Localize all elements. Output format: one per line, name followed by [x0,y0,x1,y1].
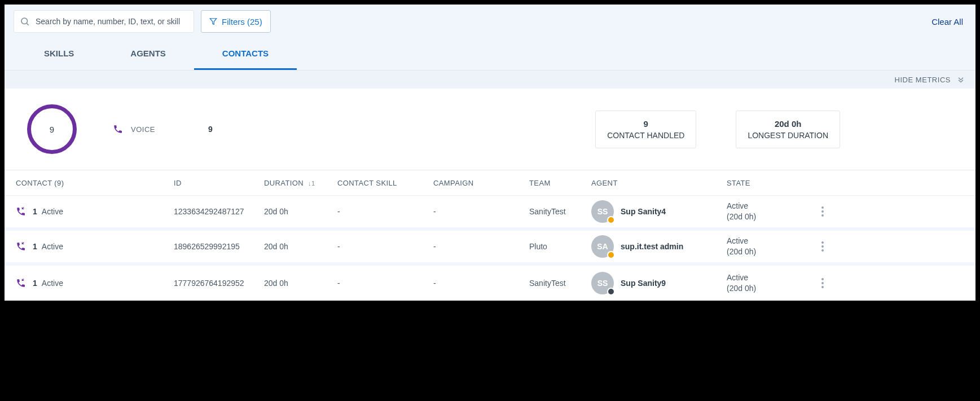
total-count: 9 [50,125,54,134]
search-input[interactable] [34,16,188,27]
col-agent[interactable]: AGENT [591,179,727,187]
table-row[interactable]: 1 Active 1233634292487127 20d 0h - - San… [5,196,975,231]
cell-campaign: - [433,207,529,216]
filters-button[interactable]: Filters (25) [201,10,271,33]
state-value: Active [727,236,811,246]
cell-id: 1777926764192952 [174,279,264,288]
phone-icon [113,124,123,134]
filters-label: Filters (25) [222,17,262,27]
col-duration[interactable]: DURATION ↓1 [264,179,337,187]
state-value: Active [727,272,811,283]
contact-count: 1 [33,207,37,216]
agent-name: Sup Sanity9 [621,279,666,288]
cell-id: 1233634292487127 [174,207,264,216]
avatar-initials: SA [597,242,608,251]
agent-name: Sup Sanity4 [621,207,666,216]
sort-indicator: ↓1 [308,180,315,187]
voice-metric: VOICE 9 [113,124,213,134]
longest-value: 20d 0h [748,119,828,129]
table-row[interactable]: 1 Active 189626529992195 20d 0h - - Plut… [5,231,975,266]
row-actions-menu[interactable] [811,238,834,255]
metric-card-longest: 20d 0h LONGEST DURATION [736,111,840,148]
svg-line-1 [27,23,28,25]
cell-skill: - [337,242,433,251]
contact-count: 1 [33,279,37,288]
avatar: SA [591,235,614,258]
cell-skill: - [337,279,433,288]
col-skill[interactable]: CONTACT SKILL [337,179,433,187]
svg-marker-2 [210,19,217,25]
phone-inbound-icon [16,241,26,252]
search-box[interactable] [14,10,194,33]
tab-strip: SKILLS AGENTS CONTACTS [5,38,975,70]
contact-count: 1 [33,242,37,251]
voice-count: 9 [208,125,213,134]
avatar: SS [591,272,614,294]
table-row[interactable]: 1 Active 1777926764192952 20d 0h - - San… [5,266,975,301]
phone-inbound-icon [16,206,26,217]
handled-label: CONTACT HANDLED [607,131,684,140]
cell-skill: - [337,207,433,216]
row-actions-menu[interactable] [811,275,834,292]
contact-state-label: Active [42,279,63,288]
longest-label: LONGEST DURATION [748,131,828,140]
state-detail: (20d 0h) [727,246,811,257]
cell-duration: 20d 0h [264,242,337,251]
chevron-double-down-icon [956,75,965,84]
tab-contacts[interactable]: CONTACTS [194,38,297,70]
col-team[interactable]: TEAM [529,179,591,187]
filter-icon [209,17,217,25]
col-campaign[interactable]: CAMPAIGN [433,179,529,187]
avatar-initials: SS [597,207,608,216]
phone-inbound-icon [16,278,26,288]
status-badge [607,251,615,259]
search-icon [20,16,30,27]
cell-team: SanityTest [529,279,591,288]
state-value: Active [727,201,811,211]
voice-label: VOICE [131,125,155,134]
metrics-panel: 9 VOICE 9 9 CONTACT HANDLED 20d 0h LONGE… [5,89,975,170]
state-detail: (20d 0h) [727,211,811,222]
cell-team: SanityTest [529,207,591,216]
metric-card-handled: 9 CONTACT HANDLED [595,111,696,148]
total-ring: 9 [27,104,77,154]
svg-point-0 [21,18,28,24]
col-state[interactable]: STATE [727,179,811,187]
avatar-initials: SS [597,279,608,288]
col-contact[interactable]: CONTACT (9) [16,179,174,187]
cell-campaign: - [433,279,529,288]
clear-all-link[interactable]: Clear All [931,17,966,27]
tab-agents[interactable]: AGENTS [102,38,194,70]
handled-value: 9 [607,119,684,129]
contacts-table: CONTACT (9) ID DURATION ↓1 CONTACT SKILL… [5,170,975,301]
tab-skills[interactable]: SKILLS [16,38,102,70]
contact-state-label: Active [42,242,63,251]
cell-campaign: - [433,242,529,251]
contact-state-label: Active [42,207,63,216]
status-badge [607,216,615,224]
state-detail: (20d 0h) [727,283,811,294]
cell-id: 189626529992195 [174,242,264,251]
status-badge [607,288,615,296]
table-header: CONTACT (9) ID DURATION ↓1 CONTACT SKILL… [5,170,975,196]
col-id[interactable]: ID [174,179,264,187]
hide-metrics-toggle[interactable]: HIDE METRICS [895,76,951,84]
agent-name: sup.it.test admin [621,242,683,251]
cell-team: Pluto [529,242,591,251]
cell-duration: 20d 0h [264,207,337,216]
row-actions-menu[interactable] [811,203,834,220]
avatar: SS [591,200,614,223]
cell-duration: 20d 0h [264,279,337,288]
